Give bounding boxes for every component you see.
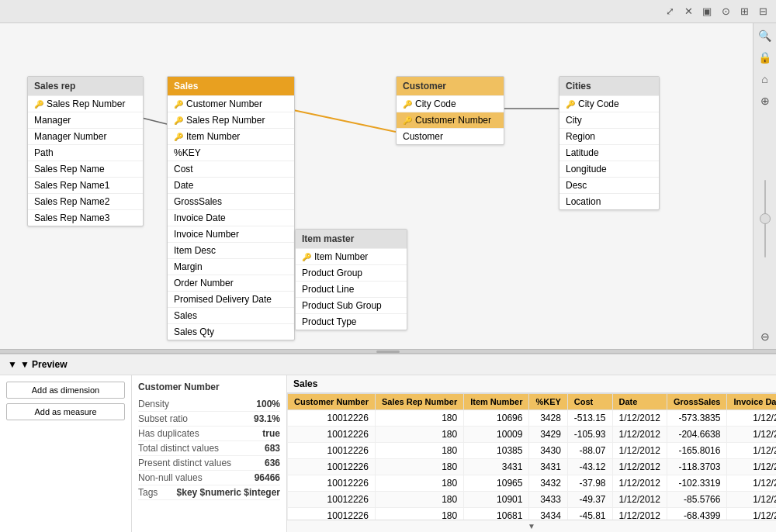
table-cell: 180 (375, 427, 463, 443)
table-row[interactable]: Sales Qty (168, 323, 294, 340)
key-icon: 🔑 (34, 100, 43, 109)
table-row: 10012226180103853430-88.071/12/2012-165.… (288, 443, 777, 459)
col-customer-number[interactable]: Customer Number (288, 394, 376, 410)
table-row[interactable]: 🔑 Customer Number (397, 112, 504, 128)
grid-icon[interactable]: ⊞ (737, 5, 751, 19)
table-row[interactable]: Manager Number (28, 128, 143, 144)
table-row[interactable]: Cost (168, 161, 294, 177)
stat-row: Non-null values 96466 (138, 471, 280, 485)
sales-rep-table: Sales rep 🔑 Sales Rep Number Manager Man… (27, 76, 144, 226)
table-cell: -105.93 (567, 427, 612, 443)
slider-thumb[interactable] (760, 213, 771, 224)
table-row[interactable]: Customer (397, 128, 504, 144)
col-gross-sales[interactable]: GrossSales (667, 394, 727, 410)
table-row[interactable]: Desc (559, 177, 659, 193)
key-icon: 🔑 (302, 253, 311, 261)
table-row[interactable]: Product Type (296, 313, 407, 330)
preview-header: ▼ ▼ Preview (0, 354, 776, 375)
table-cell: 3428 (529, 410, 567, 427)
table-cell: 3432 (529, 475, 567, 492)
table-row: 10012226180109653432-37.981/12/2012-102.… (288, 475, 777, 492)
canvas[interactable]: Sales rep 🔑 Sales Rep Number Manager Man… (0, 23, 753, 349)
table-cell: 10012226 (288, 508, 376, 520)
table-row[interactable]: Manager (28, 112, 143, 128)
scroll-down-arrow[interactable]: ▼ (287, 520, 776, 532)
cities-table: Cities 🔑 City Code City Region Latitude … (559, 76, 660, 210)
col-item-number[interactable]: Item Number (464, 394, 529, 410)
table-row[interactable]: 🔑 Customer Number (168, 95, 294, 112)
item-master-table: Item master 🔑 Item Number Product Group … (295, 229, 407, 330)
table-cell: 180 (375, 443, 463, 459)
stat-row: Total distinct values 683 (138, 441, 280, 456)
table-cell: 10385 (464, 443, 529, 459)
table-row[interactable]: Order Number (168, 275, 294, 291)
table-row[interactable]: Sales (168, 307, 294, 323)
table-cell: 180 (375, 475, 463, 492)
table-cell: 10696 (464, 410, 529, 427)
zoom-in-icon[interactable]: ⊕ (757, 93, 773, 109)
col-date[interactable]: Date (612, 394, 667, 410)
home-icon[interactable]: ⌂ (757, 71, 773, 87)
table-row[interactable]: Promised Delivery Date (168, 291, 294, 307)
table-row[interactable]: Longitude (559, 161, 659, 177)
data-table-container[interactable]: Customer Number Sales Rep Number Item Nu… (287, 393, 776, 520)
table-cell: 1/12/20 (727, 427, 776, 443)
key-icon: 🔑 (174, 133, 183, 141)
table-row[interactable]: Region (559, 128, 659, 144)
table-row[interactable]: Invoice Date (168, 209, 294, 226)
col-sales-rep-number[interactable]: Sales Rep Number (375, 394, 463, 410)
table-row[interactable]: Sales Rep Name1 (28, 177, 143, 193)
table-row[interactable]: %KEY (168, 144, 294, 161)
table-cell: -37.98 (567, 475, 612, 492)
grid-small-icon[interactable]: ▣ (700, 5, 714, 19)
customer-table: Customer 🔑 City Code 🔑 Customer Number C… (396, 76, 504, 145)
table-row[interactable]: Margin (168, 258, 294, 275)
table-row[interactable]: Item Desc (168, 242, 294, 258)
zoom-out-icon[interactable]: ⊖ (757, 329, 773, 344)
layout-icon[interactable]: ⊟ (756, 5, 770, 19)
table-cell: 1/12/2012 (612, 492, 667, 508)
stat-label: Has duplicates (138, 428, 199, 439)
col-pct-key[interactable]: %KEY (529, 394, 567, 410)
stat-label: Density (138, 399, 169, 409)
add-measure-button[interactable]: Add as measure (6, 403, 125, 420)
table-row[interactable]: Sales Rep Name2 (28, 193, 143, 209)
table-row[interactable]: Invoice Number (168, 226, 294, 242)
table-row[interactable]: Path (28, 144, 143, 161)
table-cell: 10965 (464, 475, 529, 492)
table-row[interactable]: Sales Rep Name (28, 161, 143, 177)
lock-icon[interactable]: 🔒 (757, 50, 773, 65)
col-invoice-date[interactable]: Invoice Date (727, 394, 776, 410)
expand-icon[interactable]: ⤢ (663, 5, 677, 19)
table-row: 10012226180109013433-49.371/12/2012-85.5… (288, 492, 777, 508)
table-row[interactable]: Product Sub Group (296, 297, 407, 313)
table-row[interactable]: 🔑 Sales Rep Number (28, 95, 143, 112)
table-row[interactable]: Location (559, 193, 659, 209)
table-row[interactable]: City (559, 112, 659, 128)
table-row[interactable]: 🔑 Item Number (296, 248, 407, 264)
table-row[interactable]: 🔑 Sales Rep Number (168, 112, 294, 128)
table-row[interactable]: Product Line (296, 281, 407, 297)
table-row[interactable]: GrossSales (168, 193, 294, 209)
table-row[interactable]: Latitude (559, 144, 659, 161)
search-icon[interactable]: 🔍 (757, 28, 773, 43)
table-row[interactable]: Sales Rep Name3 (28, 209, 143, 226)
table-row[interactable]: 🔑 Item Number (168, 128, 294, 144)
divider-handle (376, 351, 400, 353)
preview-toggle-icon[interactable]: ▼ (8, 359, 17, 370)
table-row[interactable]: Date (168, 177, 294, 193)
stat-row: Subset ratio 93.1% (138, 412, 280, 427)
table-row[interactable]: 🔑 City Code (397, 95, 504, 112)
dots-icon[interactable]: ⊙ (719, 5, 733, 19)
table-cell: 180 (375, 410, 463, 427)
close-icon[interactable]: ✕ (681, 5, 695, 19)
table-cell: 1/12/2012 (612, 443, 667, 459)
add-dimension-button[interactable]: Add as dimension (6, 382, 125, 399)
stat-value: $key $numeric $integer (177, 487, 280, 498)
key-icon: 🔑 (403, 116, 412, 125)
table-row[interactable]: 🔑 City Code (559, 95, 659, 112)
zoom-slider[interactable] (764, 115, 766, 323)
stat-label: Present distinct values (138, 458, 231, 468)
col-cost[interactable]: Cost (567, 394, 612, 410)
table-row[interactable]: Product Group (296, 264, 407, 281)
